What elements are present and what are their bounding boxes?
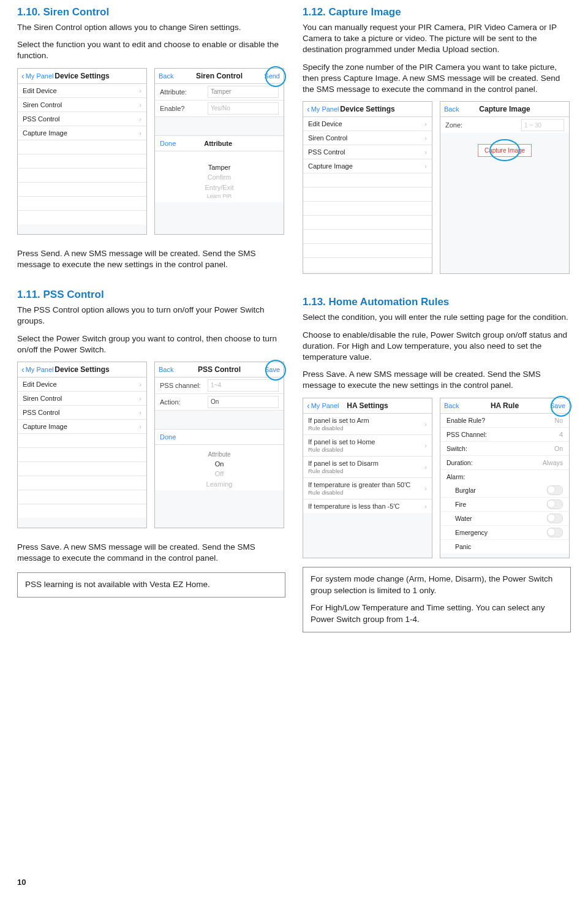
- chevron-right-icon: [424, 442, 427, 449]
- picker-wheel[interactable]: Attribute On Off Learning: [155, 445, 284, 491]
- toggle[interactable]: [547, 528, 563, 537]
- list-item[interactable]: Edit Device: [18, 84, 146, 98]
- chevron-left-icon: [307, 401, 310, 411]
- picker-title: Attribute: [204, 140, 232, 147]
- toggle-row[interactable]: Panic: [440, 540, 569, 553]
- list-item[interactable]: If panel is set to HomeRule disabled: [303, 435, 432, 457]
- para: Choose to enable/disable the rule, Power…: [303, 330, 571, 363]
- list-item[interactable]: Capture Image: [18, 126, 146, 140]
- list-item[interactable]: Edit Device: [303, 117, 432, 131]
- list-item[interactable]: Siren Control: [18, 392, 146, 406]
- save-button[interactable]: Save: [265, 366, 280, 373]
- action-input[interactable]: On: [208, 396, 279, 408]
- toggle[interactable]: [547, 514, 563, 523]
- nav-title: HA Settings: [347, 401, 388, 410]
- heading-pss-control: 1.11. PSS Control: [17, 289, 285, 301]
- form-row[interactable]: PSS Channel:4: [440, 428, 569, 442]
- form-row[interactable]: Duration:Always: [440, 456, 569, 470]
- picker-done-button[interactable]: Done: [160, 140, 176, 147]
- list-item[interactable]: Edit Device: [18, 377, 146, 392]
- list-item[interactable]: Siren Control: [303, 131, 432, 145]
- form-row[interactable]: Enable Rule?No: [440, 414, 569, 428]
- nav-back[interactable]: My Panel: [21, 365, 54, 374]
- list-item[interactable]: Siren Control: [18, 98, 146, 112]
- picker-done-button[interactable]: Done: [160, 433, 176, 441]
- para: Select the function you want to edit and…: [17, 39, 285, 61]
- chevron-right-icon: [424, 485, 427, 492]
- chevron-right-icon: [424, 120, 427, 127]
- mock-capture-image: Back Capture Image Zone: 1 ~ 30 Capture …: [440, 101, 570, 274]
- nav-title: Capture Image: [479, 105, 530, 113]
- chevron-right-icon: [139, 381, 141, 388]
- nav-back[interactable]: Back: [159, 72, 173, 80]
- form-row[interactable]: Zone: 1 ~ 30: [440, 117, 569, 133]
- toggle-row[interactable]: Water: [440, 512, 569, 526]
- form-row[interactable]: Attribute:Tamper: [155, 84, 284, 101]
- mock-siren-control: Back Siren Control Send Attribute:Tamper…: [154, 68, 284, 235]
- mock-ha-settings: My Panel HA Settings If panel is set to …: [303, 398, 432, 558]
- para: Press Send. A new SMS message will be cr…: [17, 248, 285, 270]
- chevron-right-icon: [424, 463, 427, 471]
- para: Select the Power Switch group you want t…: [17, 333, 285, 355]
- chevron-right-icon: [424, 134, 427, 142]
- toggle[interactable]: [547, 485, 563, 495]
- chevron-right-icon: [424, 148, 427, 156]
- nav-back[interactable]: My Panel: [307, 401, 339, 411]
- pss-channel-input[interactable]: 1~4: [208, 379, 279, 392]
- nav-title: Device Settings: [55, 365, 109, 374]
- form-row[interactable]: Enable?Yes/No: [155, 101, 284, 117]
- para: The PSS Control option allows you to tur…: [17, 305, 285, 327]
- nav-title: PSS Control: [198, 365, 241, 374]
- enable-input[interactable]: Yes/No: [208, 102, 279, 115]
- chevron-right-icon: [424, 162, 427, 170]
- nav-back[interactable]: My Panel: [307, 104, 339, 114]
- list-item[interactable]: If temperature is less than -5'C: [303, 499, 432, 513]
- list-item[interactable]: Capture Image: [18, 420, 146, 434]
- chevron-right-icon: [424, 503, 427, 510]
- mock-device-settings: My Panel Device Settings Edit Device Sir…: [17, 68, 147, 235]
- mock-device-settings: My Panel Device Settings Edit Device Sir…: [17, 362, 147, 528]
- form-row[interactable]: PSS channel:1~4: [155, 377, 284, 394]
- zone-input[interactable]: 1 ~ 30: [521, 119, 564, 131]
- heading-ha-rules: 1.13. Home Automation Rules: [303, 296, 571, 308]
- list-item[interactable]: PSS Control: [18, 406, 146, 420]
- para: The Siren Control option allows you to c…: [17, 22, 285, 33]
- list-item[interactable]: PSS Control: [303, 145, 432, 159]
- chevron-right-icon: [139, 115, 141, 123]
- picker-header: Done Attribute: [155, 135, 284, 151]
- toggle-row[interactable]: Burglar: [440, 484, 569, 498]
- nav-back[interactable]: Back: [444, 105, 459, 113]
- toggle[interactable]: [547, 499, 563, 509]
- para: You can manually request your PIR Camera…: [303, 22, 571, 56]
- form-row[interactable]: Switch:On: [440, 442, 569, 456]
- chevron-right-icon: [139, 423, 141, 430]
- note-box: PSS learning is not available with Vesta…: [17, 572, 285, 597]
- list-item[interactable]: PSS Control: [18, 112, 146, 126]
- para: Press Save. A new SMS message will be cr…: [303, 369, 571, 391]
- list-item[interactable]: If panel is set to ArmRule disabled: [303, 414, 432, 435]
- chevron-right-icon: [139, 87, 141, 94]
- form-row[interactable]: Action:On: [155, 394, 284, 411]
- para: Press Save. A new SMS message will be cr…: [17, 542, 285, 564]
- save-button[interactable]: Save: [550, 402, 565, 409]
- chevron-right-icon: [139, 409, 141, 416]
- list-item[interactable]: If panel is set to DisarmRule disabled: [303, 457, 432, 478]
- nav-back[interactable]: My Panel: [21, 71, 54, 81]
- mock-device-settings: My Panel Device Settings Edit Device Sir…: [303, 101, 432, 274]
- toggle-row[interactable]: Fire: [440, 498, 569, 512]
- chevron-right-icon: [424, 420, 427, 428]
- heading-capture-image: 1.12. Capture Image: [303, 6, 571, 18]
- list-item[interactable]: Capture Image: [303, 159, 432, 173]
- capture-image-button[interactable]: Capture Image: [478, 144, 532, 157]
- chevron-right-icon: [139, 395, 141, 402]
- list-item[interactable]: If temperature is greater than 50'CRule …: [303, 478, 432, 499]
- picker-header: Done: [155, 429, 284, 445]
- attribute-input[interactable]: Tamper: [208, 86, 279, 98]
- picker-wheel[interactable]: Tamper Confirm Entry/Exit Learn PIR: [155, 151, 284, 202]
- nav-back[interactable]: Back: [444, 402, 459, 409]
- mock-pss-control: Back PSS Control Save PSS channel:1~4 Ac…: [154, 362, 284, 528]
- nav-back[interactable]: Back: [159, 366, 173, 373]
- send-button[interactable]: Send: [264, 72, 280, 80]
- note-box: For system mode change (Arm, Home, Disar…: [303, 567, 571, 633]
- toggle-row[interactable]: Emergency: [440, 526, 569, 540]
